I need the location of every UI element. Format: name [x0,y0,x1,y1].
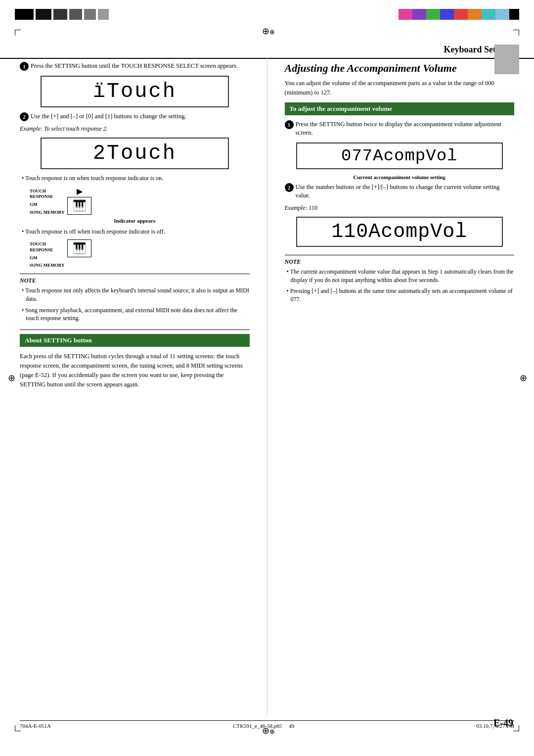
page-footer: 704A-E-051A CTK591_e_46-58.p65 49 03.10.… [20,720,514,729]
ind-piano-off: 🎹 [67,239,91,257]
touch-display-1-text: ïTouch [93,80,177,103]
ind-piano-box-off: 🎹 [67,239,91,257]
indicator-labels-off: TOUCHRESPONSE GM SONG MEMORY [30,239,64,269]
footer-filename: CTK591_e_46-58.p65 [233,723,282,729]
indicator-caption-on: Indicator appears [20,218,250,224]
touch-display-1: ïTouch [41,76,229,107]
footer-file: CTK591_e_46-58.p65 49 [233,723,294,729]
left-column: 1 Press the SETTING button until the TOU… [20,57,250,716]
footer-pageno: 49 [289,723,294,729]
left-note-label: NOTE [20,277,250,284]
bullet-touch-off: Touch response is off when touch respons… [20,228,250,236]
example1-value: To select touch response 2. [44,125,108,132]
left-step1-row: 1 Press the SETTING button until the TOU… [20,62,250,71]
blue-block [440,9,454,20]
ind-label-gm-off: GM [30,255,64,261]
right-step2-number: 2 [285,183,294,192]
color-bar-top [399,9,519,20]
crosshair-left: ⊕ [8,373,15,383]
touch-display-2-text: 2Touch [93,142,177,165]
magenta-block [399,9,412,20]
ind-label-gm: GM [30,202,64,208]
left-step2-row: 2 Use the [+] and [–] or [0] and [1] but… [20,112,250,121]
right-step1-text: Press the SETTING button twice to displa… [296,120,515,138]
acomp-display-1-text: 077AcompVol [341,146,457,165]
left-note-bullet2: Song memory playback, accompaniment, and… [20,306,250,323]
purple-block [412,9,426,20]
indicator-labels-on: TOUCHRESPONSE GM SONG MEMORY [30,187,64,216]
right-note-section: NOTE The current accompaniment volume va… [285,255,515,304]
indicator-diagram-off: TOUCHRESPONSE GM SONG MEMORY 🎹 [30,239,250,269]
about-setting-heading: About SETTING button [20,334,250,347]
step1-number: 1 [20,62,29,71]
example2-label: Example: [285,204,308,211]
right-subsection-heading: To adjust the accompaniment volume [285,102,515,115]
right-step2-text: Use the number buttons or the [+]/[–] bu… [296,183,515,200]
example1-text: Example: To select touch response 2. [20,125,250,133]
left-note-section: NOTE Touch response not only affects the… [20,274,250,323]
example1-label: Example: [20,125,43,132]
ind-piano-on: 🎹 [67,197,91,215]
ind-label-song-off: SONG MEMORY [30,263,64,269]
about-setting-section: About SETTING button Each press of the S… [20,330,250,389]
red-block [454,9,468,20]
ind-arrow-on: ▶ [77,187,83,196]
green-block [426,9,440,20]
touch-display-2: 2Touch [41,138,229,169]
column-divider [267,57,267,716]
acomp-display-2: 110AcompVol [296,217,503,247]
crosshair-top: ⊕ [262,26,272,36]
ind-label-song: SONG MEMORY [30,210,64,216]
right-note-label: NOTE [285,258,515,266]
ind-label-touch: TOUCHRESPONSE [30,189,64,200]
example2-value: 110 [309,204,317,211]
black-end-block [509,9,519,20]
acomp-display-1: 077AcompVol [296,142,503,169]
main-content: 1 Press the SETTING button until the TOU… [20,57,514,716]
corner-mark-tr [513,30,519,36]
footer-code: 704A-E-051A [20,723,51,729]
example2-text: Example: 110 [285,204,515,212]
step2-number: 2 [20,112,29,121]
right-intro: You can adjust the volume of the accompa… [285,79,515,97]
bullet-touch-on: Touch response is on when touch response… [20,174,250,183]
corner-mark-tl [15,30,21,36]
black-bar-top [15,9,109,20]
right-column: Adjusting the Accompaniment Volume You c… [285,57,515,716]
acomp-caption1: Current accompaniment volume setting [285,174,515,180]
right-section-title: Adjusting the Accompaniment Volume [285,62,515,75]
acomp-display-2-text: 110AcompVol [331,221,467,243]
right-step1-number: 1 [285,120,294,129]
cyan-block [482,9,495,20]
ind-label-touch-off: TOUCHRESPONSE [30,241,64,253]
ind-arrow-piano-on: ▶ 🎹 [67,187,91,215]
left-note-bullet1: Touch response not only affects the keyb… [20,286,250,303]
lightblue-block [495,9,509,20]
right-note-bullet1: The current accompaniment volume value t… [285,268,515,284]
left-step1-text: Press the SETTING button until the TOUCH… [31,62,250,71]
right-step2-row: 2 Use the number buttons or the [+]/[–] … [285,183,515,200]
orange-block [468,9,482,20]
right-note-bullet2: Pressing [+] and [–] buttons at the same… [285,287,515,304]
about-setting-text: Each press of the SETTING button cycles … [20,352,250,389]
right-step1-row: 1 Press the SETTING button twice to disp… [285,120,515,138]
page-number-text: E-49 [493,717,513,728]
crosshair-right: ⊕ [520,373,527,383]
page-number: E-49 [493,717,513,729]
left-step2-text: Use the [+] and [–] or [0] and [1] butto… [31,112,250,121]
indicator-diagram-on: TOUCHRESPONSE GM SONG MEMORY ▶ 🎹 [30,187,250,216]
